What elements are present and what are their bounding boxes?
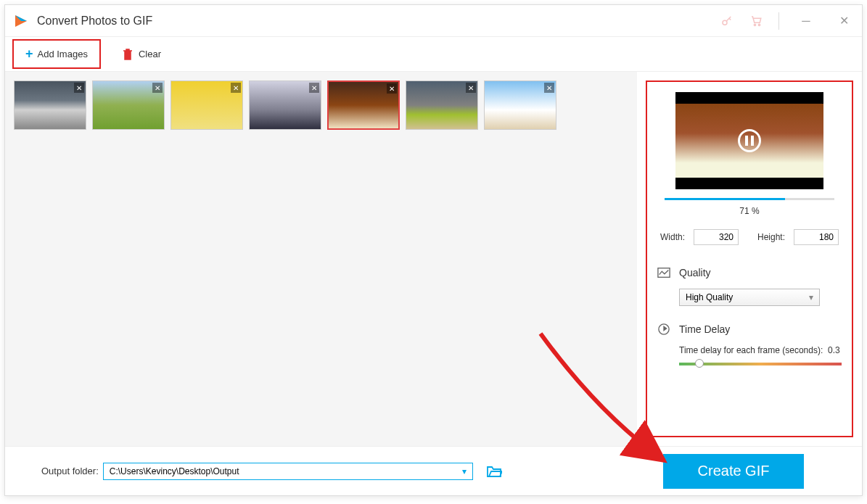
thumbnail[interactable]: ✕ <box>327 80 400 130</box>
minimize-button[interactable]: ─ <box>795 10 817 32</box>
svg-point-0 <box>723 20 727 25</box>
window-title: Convert Photos to GIF <box>37 15 720 28</box>
remove-thumb-icon[interactable]: ✕ <box>231 83 241 93</box>
quality-icon <box>657 267 670 278</box>
clear-label: Clear <box>139 49 161 59</box>
clear-button[interactable]: Clear <box>123 49 161 60</box>
remove-thumb-icon[interactable]: ✕ <box>387 83 397 94</box>
progress-bar[interactable] <box>665 198 834 200</box>
bottom-bar: Output folder: C:\Users\Kevincy\Desktop\… <box>5 446 862 495</box>
height-input[interactable] <box>794 229 839 245</box>
delay-value: 0.3 <box>828 345 840 355</box>
thumbnail[interactable]: ✕ <box>249 80 321 130</box>
progress-label: 71 % <box>657 206 842 216</box>
quality-section-title: Quality <box>679 267 711 278</box>
pause-icon <box>745 136 754 146</box>
titlebar: Convert Photos to GIF ─ ✕ <box>5 5 862 37</box>
toolbar: + Add Images Clear <box>5 37 862 72</box>
add-images-button[interactable]: + Add Images <box>12 39 101 69</box>
browse-folder-icon[interactable] <box>486 465 502 478</box>
plus-icon: + <box>25 46 33 62</box>
cart-icon[interactable] <box>749 15 763 28</box>
create-gif-label: Create GIF <box>698 463 770 479</box>
quality-value: High Quality <box>686 292 733 302</box>
quality-select[interactable]: High Quality ▾ <box>679 289 820 306</box>
delay-slider[interactable] <box>679 363 842 365</box>
add-images-label: Add Images <box>38 49 88 59</box>
height-label: Height: <box>757 232 785 242</box>
width-label: Width: <box>660 232 685 242</box>
annotation-arrow <box>533 326 686 479</box>
thumbnail[interactable]: ✕ <box>406 80 478 130</box>
thumbnail[interactable]: ✕ <box>170 80 243 130</box>
remove-thumb-icon[interactable]: ✕ <box>309 83 319 93</box>
pause-button[interactable] <box>738 129 761 152</box>
output-folder-select[interactable]: C:\Users\Kevincy\Desktop\Output ▾ <box>103 463 473 480</box>
width-input[interactable] <box>694 229 739 245</box>
output-folder-label: Output folder: <box>41 466 99 476</box>
trash-icon <box>123 49 133 60</box>
slider-thumb[interactable] <box>695 359 704 368</box>
remove-thumb-icon[interactable]: ✕ <box>544 83 554 93</box>
chevron-down-icon: ▾ <box>809 292 813 302</box>
remove-thumb-icon[interactable]: ✕ <box>152 83 163 93</box>
preview-image <box>675 92 823 189</box>
timedelay-section-title: Time Delay <box>679 323 730 335</box>
delay-label: Time delay for each frame (seconds): <box>679 345 823 355</box>
remove-thumb-icon[interactable]: ✕ <box>74 83 84 93</box>
thumbnail[interactable]: ✕ <box>484 80 556 130</box>
app-logo-icon <box>12 12 30 30</box>
svg-point-1 <box>754 24 755 25</box>
close-button[interactable]: ✕ <box>833 10 855 32</box>
remove-thumb-icon[interactable]: ✕ <box>466 83 476 93</box>
output-path-value: C:\Users\Kevincy\Desktop\Output <box>110 466 239 476</box>
key-icon[interactable] <box>720 15 734 28</box>
svg-point-2 <box>758 24 760 25</box>
chevron-down-icon: ▾ <box>462 466 467 476</box>
thumbnail[interactable]: ✕ <box>92 80 165 130</box>
thumbnail[interactable]: ✕ <box>14 80 86 130</box>
